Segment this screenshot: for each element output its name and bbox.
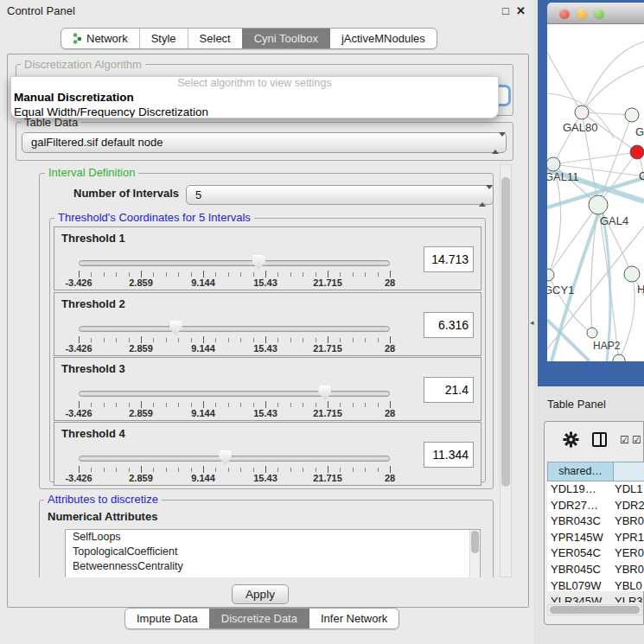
network-node-gal4[interactable] [589, 195, 608, 214]
table-cell[interactable]: YDR27… [547, 498, 613, 514]
network-node-node-h[interactable] [624, 266, 640, 282]
attribute-item[interactable]: SelfLoops [66, 530, 480, 545]
major-tick [265, 466, 266, 473]
numerical-attributes-list[interactable]: SelfLoopsTopologicalCoefficientBetweenne… [65, 529, 481, 577]
column-header-name[interactable]: n [614, 462, 644, 481]
minimize-traffic-light-icon[interactable] [577, 9, 587, 19]
slider-thumb[interactable] [219, 450, 232, 465]
table-cell[interactable]: YBR045C [547, 562, 613, 578]
slider-track[interactable] [79, 391, 390, 397]
tab-discretize-data[interactable]: Discretize Data [209, 609, 309, 628]
threshold-value-box[interactable]: 11.344 [424, 442, 474, 468]
network-edge [553, 152, 637, 164]
network-node-node-s[interactable] [613, 354, 625, 361]
threshold-slider[interactable] [79, 319, 390, 336]
dropdown-item-equal-width[interactable]: Equal Width/Frequency Discretization [11, 105, 498, 118]
network-canvas[interactable]: GAL80GACGAL11GAL4GCY1HHAP2 [547, 24, 644, 361]
threshold-value-box[interactable]: 21.4 [424, 377, 474, 403]
apply-button[interactable]: Apply [232, 584, 289, 604]
network-edge [582, 41, 644, 112]
network-node-gal11[interactable] [547, 157, 560, 171]
tab-jactivemnodules[interactable]: jActiveMNodules [329, 29, 437, 48]
table-cell[interactable]: YLR3 [613, 594, 644, 603]
table-hscrollbar[interactable] [547, 604, 642, 615]
table-data-combobox[interactable]: galFiltered.sif default node [22, 132, 507, 153]
table-row[interactable]: YDL19…YDL1 [547, 481, 644, 498]
attribute-item[interactable]: BetweennessCentrality [66, 559, 480, 574]
table-row[interactable]: YPR145WYPR1 [547, 530, 644, 546]
slider-track[interactable] [79, 326, 390, 332]
major-tick [203, 401, 204, 408]
checkbox-icon[interactable]: ☑ [620, 434, 629, 446]
table-cell[interactable]: YBR0 [613, 513, 644, 530]
table-row[interactable]: YBL079WYBL0 [547, 578, 644, 595]
attribute-item[interactable]: TopologicalCoefficient [66, 545, 480, 559]
numerical-attributes-label: Numerical Attributes [48, 510, 157, 523]
table-row[interactable]: YDR27…YDR2 [547, 498, 644, 514]
tab-impute-data[interactable]: Impute Data [125, 609, 209, 628]
table-cell[interactable]: YDR2 [613, 498, 644, 514]
column-header-shared-name[interactable]: shared… [547, 462, 614, 481]
network-node-gcy1[interactable] [547, 269, 554, 281]
network-window-titlebar[interactable] [547, 3, 644, 24]
table-cell[interactable]: YBL0 [613, 578, 644, 595]
table-cell[interactable]: YBR0 [613, 562, 644, 578]
tab-cyni-toolbox[interactable]: Cyni Toolbox [242, 29, 329, 48]
threshold-slider[interactable] [79, 384, 390, 401]
table-row[interactable]: YER054CYER0 [547, 545, 644, 562]
checkbox-icon[interactable]: ☑ [632, 434, 641, 446]
close-icon[interactable]: ✕ [516, 4, 526, 17]
table-cell[interactable]: YER054C [547, 545, 613, 562]
table-cell[interactable]: YBR043C [547, 513, 613, 530]
table-cell[interactable]: YPR1 [613, 530, 644, 546]
threshold-value-box[interactable]: 6.316 [424, 312, 474, 338]
table-cell[interactable]: YPR145W [547, 530, 613, 546]
tab-style[interactable]: Style [139, 29, 188, 48]
dropdown-placeholder: Select algorithm to view settings [11, 77, 498, 90]
close-traffic-light-icon[interactable] [559, 9, 570, 19]
tab-infer-network[interactable]: Infer Network [309, 609, 399, 628]
dropdown-item-manual-discretization[interactable]: Manual Discretization [11, 90, 498, 105]
slider-thumb[interactable] [169, 321, 182, 335]
network-node-gal80[interactable] [575, 105, 589, 119]
table-hscrollbar-thumb[interactable] [550, 606, 640, 614]
float-window-icon[interactable]: □ [502, 4, 509, 17]
network-node-node-ga[interactable] [625, 108, 639, 122]
gear-icon[interactable] [563, 431, 579, 448]
slider-track[interactable] [79, 260, 390, 266]
tab-network[interactable]: Network [61, 29, 139, 48]
major-tick [265, 336, 266, 343]
table-row[interactable]: YBR045CYBR0 [547, 562, 644, 578]
slider-thumb[interactable] [252, 255, 265, 270]
tick-label: 2.859 [129, 277, 153, 288]
zoom-traffic-light-icon[interactable] [594, 9, 604, 19]
tick-label: 21.715 [313, 473, 342, 483]
threshold-value-box[interactable]: 14.713 [424, 246, 474, 272]
settings-scrollbar-thumb[interactable] [501, 177, 510, 487]
threshold-slider[interactable] [79, 449, 390, 466]
network-node-hap2[interactable] [587, 328, 597, 338]
slider-thumb[interactable] [318, 386, 331, 400]
settings-scrollbar[interactable] [500, 164, 512, 577]
threshold-slider[interactable] [79, 253, 390, 271]
table-row[interactable]: YLR345WYLR3 [547, 594, 644, 603]
split-pane-handle[interactable]: ◂ [530, 318, 535, 327]
list-scrollbar[interactable] [469, 530, 480, 577]
table-cell[interactable]: YDL1 [613, 481, 644, 498]
control-panel: Control Panel □ ✕ Network Style Select C… [0, 0, 533, 644]
table-cell[interactable]: YBL079W [547, 578, 613, 595]
major-tick [265, 401, 266, 408]
number-of-intervals-combobox[interactable]: 5 [186, 185, 494, 205]
slider-tick-labels: -3.4262.8599.14415.4321.71528 [79, 343, 390, 354]
table-cell[interactable]: YER0 [613, 545, 644, 562]
table-row[interactable]: YBR043CYBR0 [547, 513, 644, 530]
table-rows: YDL19…YDL1YDR27…YDR2YBR043CYBR0YPR145WYP… [547, 481, 644, 603]
slider-track[interactable] [79, 456, 390, 462]
list-scrollbar-thumb[interactable] [471, 531, 479, 553]
tab-select[interactable]: Select [188, 29, 242, 48]
table-cell[interactable]: YDL19… [547, 481, 613, 498]
network-node-node-red[interactable] [630, 145, 644, 159]
columns-icon[interactable] [592, 432, 607, 447]
table-cell[interactable]: YLR345W [547, 594, 613, 603]
network-view-window[interactable]: GAL80GACGAL11GAL4GCY1HHAP2 [538, 0, 644, 386]
